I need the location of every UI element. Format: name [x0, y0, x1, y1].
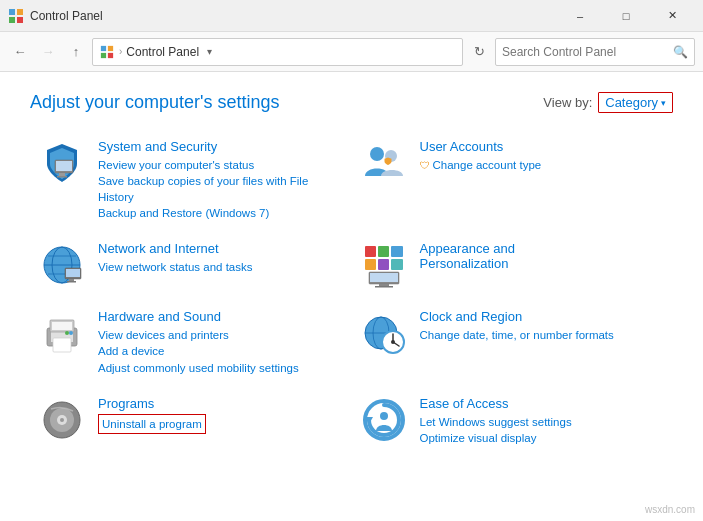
- system-security-link-2[interactable]: Save backup copies of your files with Fi…: [98, 173, 344, 205]
- svg-rect-24: [378, 246, 389, 257]
- svg-rect-9: [56, 161, 72, 171]
- svg-rect-1: [17, 9, 23, 15]
- svg-rect-10: [59, 173, 65, 176]
- hardware-link-1[interactable]: View devices and printers: [98, 327, 344, 343]
- page-title: Adjust your computer's settings: [30, 92, 280, 113]
- svg-rect-36: [52, 322, 72, 330]
- svg-rect-4: [101, 45, 106, 50]
- network-info: Network and Internet View network status…: [98, 241, 344, 275]
- system-security-icon: [38, 139, 86, 187]
- svg-rect-37: [53, 338, 71, 352]
- breadcrumb-text: Control Panel: [126, 45, 199, 59]
- svg-rect-31: [379, 284, 389, 286]
- breadcrumb-bar[interactable]: › Control Panel ▾: [92, 38, 463, 66]
- svg-point-50: [60, 418, 64, 422]
- clock-name[interactable]: Clock and Region: [420, 309, 666, 324]
- breadcrumb-home-icon: [99, 44, 115, 60]
- window-controls: – □ ✕: [557, 0, 695, 32]
- appearance-info: Appearance andPersonalization: [420, 241, 666, 274]
- title-bar: Control Panel – □ ✕: [0, 0, 703, 32]
- svg-rect-11: [57, 176, 67, 178]
- user-accounts-info: User Accounts 🛡 Change account type: [420, 139, 666, 173]
- window-icon: [8, 8, 24, 24]
- user-accounts-link-1[interactable]: Change account type: [433, 157, 542, 173]
- network-name[interactable]: Network and Internet: [98, 241, 344, 256]
- ease-access-icon: [360, 396, 408, 444]
- appearance-icon: [360, 241, 408, 289]
- watermark: wsxdn.com: [645, 504, 695, 515]
- search-box[interactable]: 🔍: [495, 38, 695, 66]
- clock-link-1[interactable]: Change date, time, or number formats: [420, 327, 666, 343]
- close-button[interactable]: ✕: [649, 0, 695, 32]
- category-appearance[interactable]: Appearance andPersonalization: [352, 235, 674, 295]
- ease-access-link-2[interactable]: Optimize visual display: [420, 430, 666, 446]
- svg-rect-25: [391, 246, 403, 257]
- maximize-button[interactable]: □: [603, 0, 649, 32]
- hardware-name[interactable]: Hardware and Sound: [98, 309, 344, 324]
- programs-info: Programs Uninstall a program: [98, 396, 344, 434]
- hardware-info: Hardware and Sound View devices and prin…: [98, 309, 344, 375]
- svg-point-39: [65, 331, 69, 335]
- network-icon: [38, 241, 86, 289]
- svg-rect-7: [108, 52, 113, 57]
- svg-rect-6: [101, 52, 106, 57]
- category-system-security[interactable]: System and Security Review your computer…: [30, 133, 352, 227]
- programs-icon: [38, 396, 86, 444]
- network-link-1[interactable]: View network status and tasks: [98, 259, 344, 275]
- user-accounts-icon: [360, 139, 408, 187]
- breadcrumb-dropdown-arrow: ▾: [207, 46, 212, 57]
- category-programs[interactable]: Programs Uninstall a program: [30, 390, 352, 452]
- svg-rect-30: [370, 273, 398, 282]
- address-bar: ← → ↑ › Control Panel ▾ ↻ 🔍: [0, 32, 703, 72]
- svg-rect-22: [67, 281, 76, 283]
- svg-rect-3: [17, 17, 23, 23]
- window-title: Control Panel: [30, 9, 557, 23]
- svg-point-53: [380, 412, 388, 420]
- hardware-icon: [38, 309, 86, 357]
- page-header: Adjust your computer's settings View by:…: [30, 92, 673, 113]
- svg-rect-32: [375, 286, 393, 288]
- view-by-label: View by:: [543, 95, 592, 110]
- svg-rect-28: [391, 259, 403, 270]
- svg-rect-23: [365, 246, 376, 257]
- svg-point-38: [69, 331, 73, 335]
- user-accounts-name[interactable]: User Accounts: [420, 139, 666, 154]
- programs-link-1[interactable]: Uninstall a program: [98, 414, 206, 434]
- categories-grid: System and Security Review your computer…: [30, 133, 673, 452]
- programs-name[interactable]: Programs: [98, 396, 344, 411]
- view-by-dropdown[interactable]: Category ▾: [598, 92, 673, 113]
- category-user-accounts[interactable]: User Accounts 🛡 Change account type: [352, 133, 674, 227]
- ease-access-name[interactable]: Ease of Access: [420, 396, 666, 411]
- refresh-button[interactable]: ↻: [467, 40, 491, 64]
- forward-button[interactable]: →: [36, 40, 60, 64]
- category-network[interactable]: Network and Internet View network status…: [30, 235, 352, 295]
- svg-rect-2: [9, 17, 15, 23]
- svg-rect-21: [69, 279, 74, 281]
- category-ease-access[interactable]: Ease of Access Let Windows suggest setti…: [352, 390, 674, 452]
- svg-rect-20: [66, 269, 80, 277]
- category-clock[interactable]: Clock and Region Change date, time, or n…: [352, 303, 674, 381]
- ease-access-info: Ease of Access Let Windows suggest setti…: [420, 396, 666, 446]
- up-button[interactable]: ↑: [64, 40, 88, 64]
- clock-info: Clock and Region Change date, time, or n…: [420, 309, 666, 343]
- svg-rect-27: [378, 259, 389, 270]
- system-security-name[interactable]: System and Security: [98, 139, 344, 154]
- hardware-link-3[interactable]: Adjust commonly used mobility settings: [98, 360, 344, 376]
- back-button[interactable]: ←: [8, 40, 32, 64]
- svg-rect-5: [108, 45, 113, 50]
- search-input[interactable]: [502, 45, 673, 59]
- appearance-name[interactable]: Appearance andPersonalization: [420, 241, 666, 271]
- main-content: Adjust your computer's settings View by:…: [0, 72, 703, 521]
- system-security-link-1[interactable]: Review your computer's status: [98, 157, 344, 173]
- search-icon: 🔍: [673, 45, 688, 59]
- category-hardware[interactable]: Hardware and Sound View devices and prin…: [30, 303, 352, 381]
- hardware-link-2[interactable]: Add a device: [98, 343, 344, 359]
- minimize-button[interactable]: –: [557, 0, 603, 32]
- system-security-link-3[interactable]: Backup and Restore (Windows 7): [98, 205, 344, 221]
- view-by-selected: Category: [605, 95, 658, 110]
- view-by-arrow: ▾: [661, 98, 666, 108]
- view-by-control: View by: Category ▾: [543, 92, 673, 113]
- svg-rect-26: [365, 259, 376, 270]
- clock-icon: [360, 309, 408, 357]
- ease-access-link-1[interactable]: Let Windows suggest settings: [420, 414, 666, 430]
